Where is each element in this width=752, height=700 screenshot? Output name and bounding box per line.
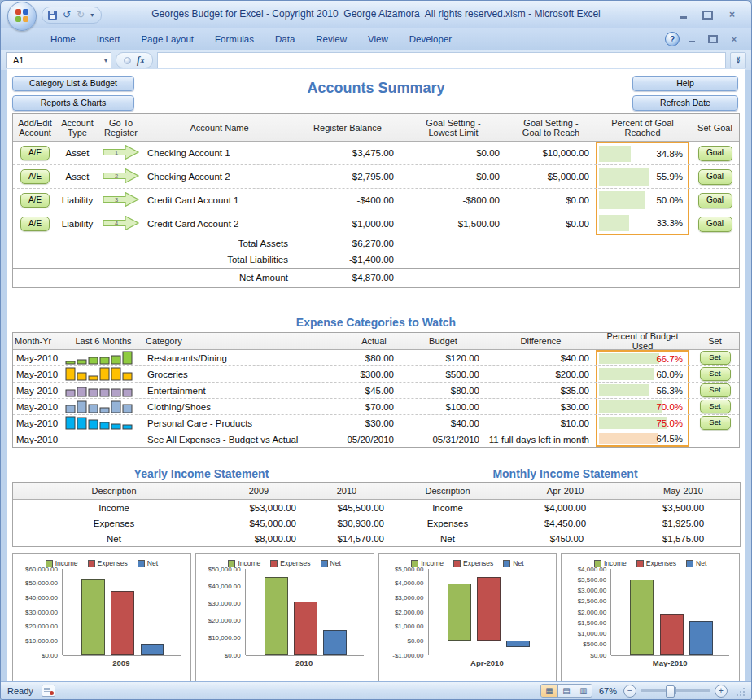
- accounts-header-cell: Account Type: [57, 114, 98, 141]
- expense-header-cell: Budget: [400, 333, 486, 349]
- totals-value: $4,870.00: [295, 269, 400, 287]
- zoom-slider[interactable]: [641, 689, 710, 692]
- plot: [245, 569, 364, 655]
- y-tick-label: -$1,000.00: [392, 652, 423, 659]
- office-logo-icon: [15, 9, 29, 23]
- tab-page-layout[interactable]: Page Layout: [130, 31, 204, 48]
- percent-goal-bar-fill: [599, 215, 629, 231]
- workbook-close-button[interactable]: ×: [725, 33, 743, 46]
- accounts-header-cell: Add/Edit Account: [13, 114, 57, 141]
- legend-item: Expenses: [88, 559, 128, 567]
- totals-row: Total Liabilities-$1,400.00: [13, 252, 739, 268]
- set-button[interactable]: Set: [700, 416, 731, 430]
- workbook-minimize-button[interactable]: [683, 33, 701, 46]
- lowest-limit-cell: $0.00: [400, 142, 506, 164]
- view-page-layout-button[interactable]: ▤: [558, 685, 575, 697]
- name-box[interactable]: A1 ▾: [6, 52, 111, 68]
- insert-function-button[interactable]: fx: [137, 55, 145, 67]
- tab-review[interactable]: Review: [305, 31, 357, 48]
- go-to-register-arrow-icon[interactable]: 1: [103, 144, 140, 162]
- qat-customize-icon[interactable]: ▾: [90, 11, 94, 19]
- go-to-register-arrow-icon[interactable]: 3: [103, 191, 140, 209]
- y-tick-label: $50,000.00: [208, 566, 241, 573]
- last-6-months-cell: [63, 415, 144, 431]
- save-icon[interactable]: [48, 11, 57, 20]
- tab-formulas[interactable]: Formulas: [204, 31, 265, 48]
- macro-record-icon[interactable]: [42, 685, 55, 697]
- undo-icon[interactable]: ↺: [63, 10, 71, 20]
- table-row: A/ELiability4Credit Card Account 2-$1,00…: [13, 212, 739, 235]
- mini-bar-chart-icon: [64, 415, 134, 431]
- zoom-in-button[interactable]: +: [715, 685, 728, 698]
- y-tick-label: $30,000.00: [208, 600, 241, 607]
- bar-income: [448, 584, 471, 641]
- help-icon[interactable]: ?: [665, 32, 680, 46]
- add-edit-account-button[interactable]: A/E: [20, 217, 50, 231]
- add-edit-account-button[interactable]: A/E: [20, 169, 50, 184]
- redo-icon[interactable]: ↻: [77, 10, 85, 20]
- refresh-date-button[interactable]: Refresh Date: [632, 95, 738, 111]
- goal-to-reach-cell: $0.00: [506, 212, 596, 235]
- set-goal-button[interactable]: Goal: [698, 217, 732, 232]
- view-normal-button[interactable]: ▦: [541, 685, 558, 697]
- set-cell: Set: [689, 399, 741, 414]
- svg-text:2: 2: [114, 173, 117, 180]
- set-button[interactable]: Set: [700, 400, 731, 413]
- set-goal-button[interactable]: Goal: [698, 193, 732, 208]
- restore-button[interactable]: [697, 8, 719, 22]
- monthly-income-table: DescriptionApr-2010May-2010Income$4,000.…: [391, 482, 741, 547]
- go-to-register-arrow-icon[interactable]: 4: [103, 215, 140, 233]
- accounts-header-cell: Percent of Goal Reached: [596, 114, 689, 141]
- month-yr-cell: May-2010: [13, 366, 63, 382]
- set-goal-cell: Goal: [689, 189, 741, 212]
- percent-goal-value: 55.9%: [656, 165, 683, 188]
- workbook-restore-icon: [708, 35, 718, 43]
- add-edit-account-button[interactable]: A/E: [20, 146, 50, 160]
- zoom-level[interactable]: 67%: [597, 686, 619, 696]
- tab-view[interactable]: View: [357, 31, 399, 48]
- set-goal-button[interactable]: Goal: [698, 169, 732, 185]
- tab-insert[interactable]: Insert: [86, 31, 131, 48]
- percent-budget-value: 75.0%: [656, 415, 683, 431]
- sheet-toolbar: Category List & Budget Reports & Charts …: [12, 74, 740, 113]
- yearly-income-title: Yearly Income Statement: [12, 467, 391, 480]
- set-button[interactable]: Set: [700, 351, 731, 365]
- workbook-restore-button[interactable]: [704, 33, 722, 46]
- y-tick-label: $10,000.00: [25, 637, 58, 645]
- window-title: Georges Budget for Excel - Copyright 201…: [1, 8, 751, 20]
- go-to-register-arrow-icon[interactable]: 2: [103, 168, 140, 186]
- x-axis-category-label: May-2010: [610, 655, 729, 667]
- y-tick-label: $40,000.00: [208, 583, 241, 590]
- tab-developer[interactable]: Developer: [399, 31, 462, 48]
- svg-text:1: 1: [114, 149, 117, 156]
- expand-formula-bar-button[interactable]: ∨ ∨: [730, 52, 746, 68]
- help-button[interactable]: Help: [632, 76, 738, 91]
- add-edit-account-button[interactable]: A/E: [20, 193, 50, 208]
- accounts-header-cell: Goal Setting - Goal to Reach: [506, 114, 596, 141]
- bar-expenses: [660, 614, 684, 655]
- tab-data[interactable]: Data: [265, 31, 305, 48]
- income-header-cell: Apr-2010: [504, 483, 627, 499]
- set-goal-button[interactable]: Goal: [698, 146, 732, 161]
- view-page-break-button[interactable]: ▥: [575, 685, 592, 697]
- table-row: Income$53,000.00$45,500.00: [13, 500, 391, 515]
- percent-budget-cell: 56.3%: [596, 383, 689, 398]
- office-button[interactable]: [7, 2, 37, 31]
- category-cell: Personal Care - Products: [144, 415, 348, 431]
- zoom-slider-handle[interactable]: [666, 685, 675, 698]
- resize-grip[interactable]: [735, 686, 745, 696]
- tab-home[interactable]: Home: [40, 31, 86, 48]
- close-button[interactable]: ×: [721, 8, 743, 22]
- difference-cell: $200.00: [486, 366, 596, 382]
- name-box-dropdown-icon[interactable]: ▾: [104, 57, 107, 64]
- y-tick-label: $0.00: [590, 652, 606, 659]
- set-button[interactable]: Set: [700, 367, 731, 381]
- reports-charts-button[interactable]: Reports & Charts: [12, 95, 134, 111]
- set-button[interactable]: Set: [700, 383, 731, 397]
- category-cell: Clothing/Shoes: [144, 399, 348, 414]
- minimize-button[interactable]: [672, 8, 694, 22]
- formula-input[interactable]: [157, 52, 726, 68]
- y-tick-label: $30,000.00: [25, 609, 58, 616]
- zoom-out-button[interactable]: −: [623, 685, 636, 698]
- difference-cell: $35.00: [486, 383, 596, 398]
